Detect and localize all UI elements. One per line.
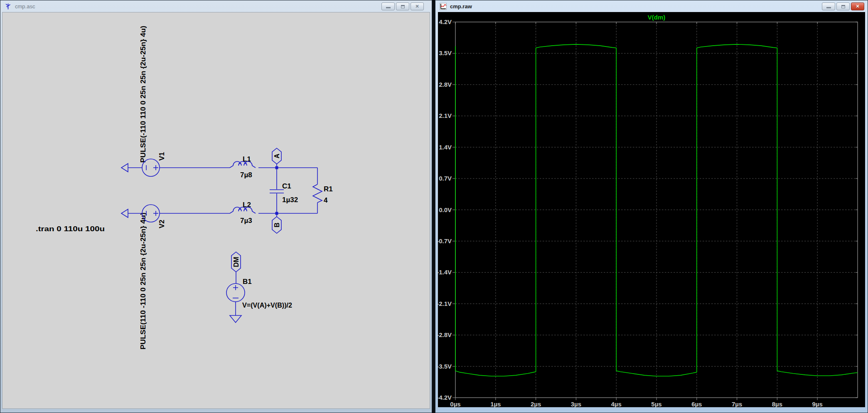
svg-text:1.4V: 1.4V — [439, 144, 452, 151]
minimize-icon — [386, 7, 391, 8]
l1-value[interactable]: 7µ8 — [240, 171, 252, 179]
schematic-titlebar[interactable]: cmp.asc ✕ — [0, 0, 432, 12]
b1-ground-icon[interactable] — [230, 315, 241, 323]
svg-text:0.7V: 0.7V — [439, 175, 452, 182]
schematic-drawing: .tran 0 110u 100u PULSE(-110 110 0 25n 2… — [2, 12, 430, 409]
r1-name[interactable]: R1 — [324, 185, 333, 193]
schematic-window: cmp.asc ✕ .tran 0 110u 100u PULSE(-110 1… — [0, 0, 432, 413]
r1-value[interactable]: 4 — [324, 196, 328, 204]
v1-ground-icon[interactable] — [121, 164, 128, 172]
flag-dm-label[interactable]: DM — [233, 257, 240, 267]
plot-generated-content: 0µs1µs2µs3µs4µs5µs6µs7µs8µs9µs4.2V3.5V2.… — [438, 18, 858, 407]
close-button[interactable]: ✕ — [411, 2, 424, 10]
minimize-button[interactable] — [822, 2, 835, 10]
close-button[interactable]: ✕ — [851, 2, 864, 10]
svg-text:-2.8V: -2.8V — [438, 331, 452, 338]
l2-inductor[interactable]: L2 7µ3 — [230, 201, 277, 225]
svg-text:1µs: 1µs — [490, 401, 501, 407]
window-title: cmp.asc — [15, 3, 35, 10]
svg-text:6µs: 6µs — [691, 401, 702, 407]
c1-value[interactable]: 1µ32 — [282, 196, 298, 204]
spice-directive[interactable]: .tran 0 110u 100u — [36, 225, 105, 233]
svg-text:-0.7V: -0.7V — [438, 237, 452, 244]
ltspice-schematic-icon — [5, 3, 12, 10]
svg-text:-3.5V: -3.5V — [438, 363, 452, 370]
svg-text:-4.2V: -4.2V — [438, 394, 452, 401]
svg-text:8µs: 8µs — [772, 401, 782, 407]
svg-text:4µs: 4µs — [611, 401, 622, 407]
svg-text:3.5V: 3.5V — [439, 49, 452, 56]
svg-text:0µs: 0µs — [450, 401, 460, 407]
flag-b-label[interactable]: B — [273, 222, 280, 227]
b1-value[interactable]: V=(V(A)+V(B))/2 — [242, 301, 292, 309]
trace-label[interactable]: V(dm) — [648, 14, 666, 21]
svg-text:5µs: 5µs — [651, 401, 661, 407]
r1-zigzag — [313, 184, 322, 203]
l2-value[interactable]: 7µ3 — [240, 217, 252, 225]
restore-icon — [841, 5, 845, 8]
svg-text:9µs: 9µs — [812, 401, 823, 407]
svg-text:-2.1V: -2.1V — [438, 300, 452, 307]
restore-button[interactable] — [836, 2, 850, 10]
v2-value[interactable]: PULSE(110 -110 0 25n 25n {2u-25n} 4u) — [139, 213, 147, 349]
close-icon: ✕ — [415, 4, 419, 9]
net-flag-b[interactable]: B — [272, 212, 281, 234]
minimize-icon — [826, 7, 831, 8]
waveform-window: cmp.raw ✕ 0µs1µs2µs3µs4µs5µs6µs7µs8µs9µs… — [435, 0, 868, 413]
c1-capacitor[interactable]: C1 1µ32 — [270, 168, 298, 213]
c1-name[interactable]: C1 — [282, 182, 291, 190]
flag-a-label[interactable]: A — [273, 154, 280, 159]
svg-text:2.8V: 2.8V — [439, 81, 452, 88]
svg-text:4.2V: 4.2V — [439, 18, 452, 25]
svg-text:3µs: 3µs — [571, 401, 581, 407]
waveform-icon — [440, 3, 447, 10]
v1-value[interactable]: PULSE(-110 110 0 25n 25n {2u-25n} 4u) — [139, 26, 147, 163]
svg-text:-1.4V: -1.4V — [438, 269, 452, 276]
close-icon: ✕ — [856, 4, 859, 9]
net-flag-a[interactable]: A — [272, 148, 281, 169]
r1-resistor[interactable]: R1 4 — [277, 168, 333, 213]
v2-ground-icon[interactable] — [121, 209, 128, 217]
svg-text:2µs: 2µs — [531, 401, 541, 407]
schematic-canvas[interactable]: .tran 0 110u 100u PULSE(-110 110 0 25n 2… — [2, 12, 430, 409]
v1-source[interactable]: PULSE(-110 110 0 25n 25n {2u-25n} 4u) V1 — [121, 26, 230, 176]
svg-text:0.0V: 0.0V — [439, 206, 452, 213]
window-title: cmp.raw — [450, 3, 472, 10]
waveform-plot-area[interactable]: 0µs1µs2µs3µs4µs5µs6µs7µs8µs9µs4.2V3.5V2.… — [438, 12, 865, 407]
minimize-button[interactable] — [381, 2, 395, 10]
b1-source[interactable]: DM B1 V=(V(A)+V(B))/2 — [226, 252, 292, 323]
svg-text:2.1V: 2.1V — [439, 112, 452, 119]
v1-name[interactable]: V1 — [158, 152, 166, 161]
v2-source[interactable]: PULSE(110 -110 0 25n 25n {2u-25n} 4u) V2 — [121, 205, 230, 349]
restore-icon — [401, 5, 405, 8]
restore-button[interactable] — [396, 2, 409, 10]
svg-text:7µs: 7µs — [732, 401, 742, 407]
waveform-titlebar[interactable]: cmp.raw ✕ — [435, 0, 868, 12]
b1-name[interactable]: B1 — [243, 278, 252, 286]
waveform-plot: 0µs1µs2µs3µs4µs5µs6µs7µs8µs9µs4.2V3.5V2.… — [438, 12, 865, 407]
v2-name[interactable]: V2 — [158, 220, 166, 228]
